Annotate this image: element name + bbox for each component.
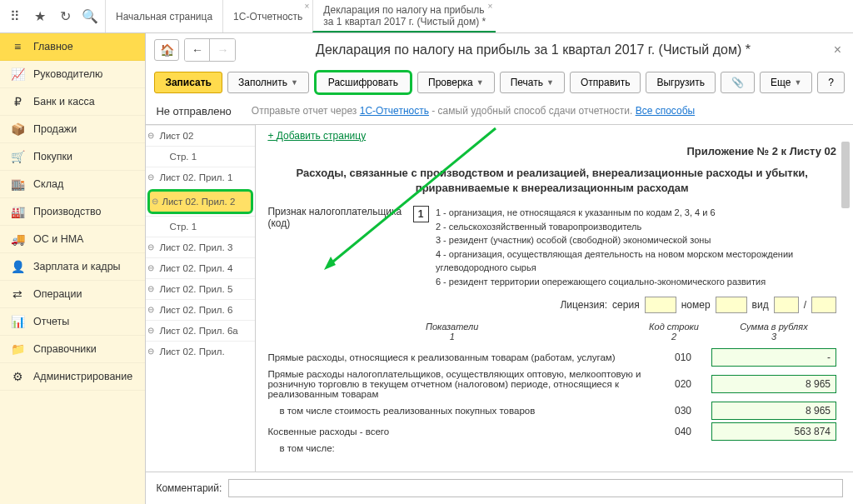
- more-button[interactable]: Еще▼: [760, 72, 812, 93]
- page-title: Декларация по налогу на прибыль за 1 ква…: [241, 42, 825, 57]
- link-1c-reporting[interactable]: 1С-Отчетность: [360, 105, 429, 117]
- tab-home[interactable]: Начальная страница: [105, 0, 222, 32]
- forward-button[interactable]: →: [210, 39, 235, 61]
- tree-item[interactable]: ⊖Лист 02. Прил. 6а: [146, 320, 255, 341]
- taxpayer-row: Признак налогоплательщика (код) 1 1 - ор…: [267, 206, 836, 288]
- back-button[interactable]: ←: [185, 39, 210, 61]
- apps-icon[interactable]: ⠿: [3, 5, 27, 28]
- sidebar-item-operations[interactable]: ⇄Операции: [0, 281, 145, 308]
- sidebar-item-assets[interactable]: 🚚ОС и НМА: [0, 226, 145, 253]
- number-input[interactable]: [716, 297, 747, 313]
- print-button[interactable]: Печать▼: [500, 72, 565, 93]
- tree-item[interactable]: ⊖Лист 02: [146, 125, 255, 146]
- main: ≡Главное 📈Руководителю ₽Банк и касса 📦Пр…: [0, 33, 853, 504]
- table-row: Прямые расходы налогоплательщиков, осуще…: [267, 369, 836, 399]
- taxpayer-code[interactable]: 1: [413, 206, 429, 222]
- attach-button[interactable]: 📎: [721, 72, 755, 93]
- chevron-down-icon: ▼: [476, 78, 484, 87]
- tab-label: Начальная страница: [116, 11, 212, 22]
- tree-item[interactable]: ⊖Лист 02. Прил. 4: [146, 257, 255, 278]
- export-button[interactable]: Выгрузить: [646, 72, 716, 93]
- sidebar-item-sales[interactable]: 📦Продажи: [0, 116, 145, 143]
- value-input[interactable]: 8 965: [711, 375, 836, 393]
- sidebar-item-bank[interactable]: ₽Банк и касса: [0, 88, 145, 116]
- tree-item[interactable]: ⊖Лист 02. Прил. 3: [146, 237, 255, 257]
- person-icon: 👤: [10, 260, 25, 273]
- home-button[interactable]: 🏠: [154, 39, 179, 61]
- column-headers: Показатели1 Код строки2 Сумма в рублях3: [267, 322, 836, 342]
- sidebar-label: Главное: [33, 41, 73, 52]
- table-row: Прямые расходы, относящиеся к реализован…: [267, 348, 836, 367]
- sidebar-item-manager[interactable]: 📈Руководителю: [0, 61, 145, 88]
- topbar: ⠿ ★ ↻ 🔍 Начальная страница 1С-Отчетность…: [0, 0, 853, 33]
- search-icon[interactable]: 🔍: [78, 5, 102, 28]
- tree-item-selected[interactable]: ⊖Лист 02. Прил. 2: [147, 189, 253, 214]
- chevron-down-icon: ▼: [546, 78, 554, 87]
- sidebar-item-purchase[interactable]: 🛒Покупки: [0, 143, 145, 171]
- row-label: в том числе:: [267, 443, 655, 453]
- tab-declaration[interactable]: Декларация по налогу на прибыль за 1 ква…: [312, 0, 496, 32]
- star-icon[interactable]: ★: [28, 5, 52, 28]
- tabs: Начальная страница 1С-Отчетность× Деклар…: [105, 0, 496, 32]
- history-icon[interactable]: ↻: [53, 5, 77, 28]
- help-button[interactable]: ?: [817, 72, 845, 93]
- comment-input[interactable]: [228, 479, 843, 497]
- row-code: 040: [658, 426, 708, 437]
- sidebar-item-reports[interactable]: 📊Отчеты: [0, 308, 145, 336]
- collapse-icon[interactable]: ⊖: [147, 305, 154, 314]
- tab-reporting[interactable]: 1С-Отчетность×: [222, 0, 312, 32]
- sidebar: ≡Главное 📈Руководителю ₽Банк и касса 📦Пр…: [0, 33, 146, 504]
- system-icons: ⠿ ★ ↻ 🔍: [0, 0, 105, 32]
- chart-icon: 📈: [10, 67, 25, 81]
- collapse-icon[interactable]: ⊖: [147, 263, 154, 272]
- fill-button[interactable]: Заполнить▼: [227, 72, 309, 93]
- tree-item[interactable]: ⊖Лист 02. Прил.: [146, 341, 255, 362]
- add-page-link[interactable]: Добавить страницу: [267, 130, 366, 142]
- collapse-icon[interactable]: ⊖: [147, 347, 154, 356]
- scrollbar[interactable]: [841, 125, 851, 472]
- folder-icon: 📁: [10, 342, 25, 356]
- close-icon[interactable]: ×: [305, 2, 310, 11]
- tree-item[interactable]: Стр. 1: [146, 216, 255, 237]
- close-icon[interactable]: ×: [831, 39, 845, 61]
- collapse-icon[interactable]: ⊖: [147, 284, 154, 293]
- series-label: серия: [612, 299, 640, 311]
- sidebar-item-refs[interactable]: 📁Справочники: [0, 336, 145, 363]
- series-input[interactable]: [645, 297, 676, 313]
- save-button[interactable]: Записать: [154, 72, 222, 93]
- value-input[interactable]: 563 874: [711, 422, 836, 441]
- send-button[interactable]: Отправить: [570, 72, 641, 93]
- collapse-icon[interactable]: ⊖: [152, 197, 158, 206]
- sheet-tree: ⊖Лист 02 Стр. 1 ⊖Лист 02. Прил. 1 ⊖Лист …: [146, 125, 256, 472]
- collapse-icon[interactable]: ⊖: [147, 172, 154, 182]
- sidebar-label: Продажи: [33, 123, 77, 135]
- row-code: 020: [658, 378, 708, 390]
- value-input[interactable]: 8 965: [711, 402, 836, 420]
- link-all-ways[interactable]: Все способы: [636, 105, 696, 117]
- close-icon[interactable]: ×: [487, 2, 492, 11]
- tree-item[interactable]: ⊖Лист 02. Прил. 5: [146, 278, 255, 299]
- type-input-2[interactable]: [811, 297, 836, 313]
- decode-button[interactable]: Расшифровать: [314, 70, 412, 95]
- tab-label-1: Декларация по налогу на прибыль: [323, 4, 486, 16]
- sidebar-item-warehouse[interactable]: 🏬Склад: [0, 171, 145, 198]
- sidebar-item-main[interactable]: ≡Главное: [0, 33, 145, 61]
- collapse-icon[interactable]: ⊖: [147, 131, 154, 140]
- number-label: номер: [681, 299, 711, 311]
- sidebar-label: Отчеты: [33, 316, 69, 327]
- tree-item[interactable]: ⊖Лист 02. Прил. 1: [146, 167, 255, 187]
- menu-icon: ≡: [10, 40, 25, 53]
- sidebar-item-hr[interactable]: 👤Зарплата и кадры: [0, 253, 145, 281]
- status-text: Не отправлено: [156, 105, 231, 117]
- collapse-icon[interactable]: ⊖: [147, 242, 154, 252]
- tree-item[interactable]: ⊖Лист 02. Прил. 6: [146, 299, 255, 320]
- check-button[interactable]: Проверка▼: [417, 72, 495, 93]
- collapse-icon[interactable]: ⊖: [147, 326, 154, 335]
- type-input-1[interactable]: [774, 297, 799, 313]
- sidebar-item-admin[interactable]: ⚙Администрирование: [0, 363, 145, 391]
- btn-label: Проверка: [428, 77, 473, 88]
- chevron-down-icon: ▼: [794, 78, 801, 87]
- tree-item[interactable]: Стр. 1: [146, 146, 255, 167]
- value-input[interactable]: -: [711, 348, 836, 367]
- sidebar-item-production[interactable]: 🏭Производство: [0, 198, 145, 226]
